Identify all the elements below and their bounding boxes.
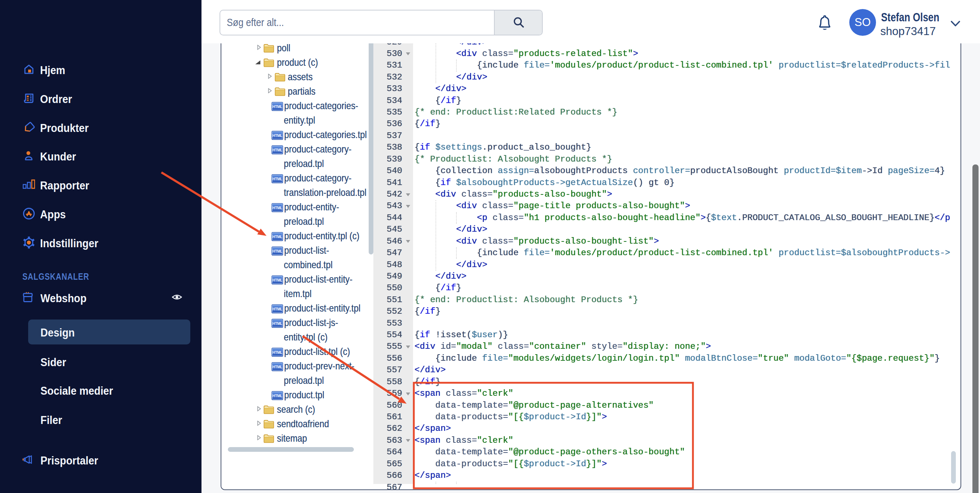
svg-text:HTML: HTML <box>272 365 283 369</box>
svg-text:HTML: HTML <box>272 104 283 109</box>
svg-text:HTML: HTML <box>272 133 283 138</box>
svg-text:HTML: HTML <box>272 321 283 325</box>
svg-text:HTML: HTML <box>272 350 283 354</box>
svg-text:HTML: HTML <box>272 394 283 398</box>
svg-text:HTML: HTML <box>272 177 283 181</box>
svg-text:HTML: HTML <box>272 249 283 254</box>
svg-text:HTML: HTML <box>272 307 283 311</box>
svg-text:HTML: HTML <box>272 148 283 152</box>
svg-text:HTML: HTML <box>272 235 283 239</box>
svg-text:HTML: HTML <box>272 278 283 282</box>
svg-text:HTML: HTML <box>272 206 283 210</box>
